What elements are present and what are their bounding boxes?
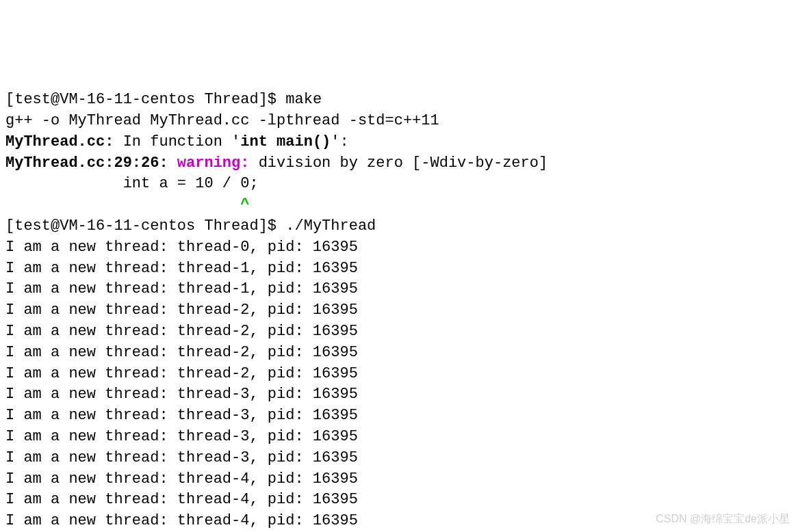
thread-output-block: I am a new thread: thread-0, pid: 16395 … bbox=[5, 237, 793, 532]
diag-text: In function ' bbox=[114, 133, 240, 150]
function-name: int main() bbox=[240, 133, 331, 150]
shell-prompt: [test@VM-16-11-centos Thread]$ bbox=[5, 217, 285, 235]
shell-prompt: [test@VM-16-11-centos Thread]$ bbox=[5, 91, 285, 108]
file-ref: MyThread.cc: bbox=[5, 133, 114, 150]
terminal-line: [test@VM-16-11-centos Thread]$ ./MyThrea… bbox=[5, 217, 376, 235]
diag-text-end: ': bbox=[331, 133, 348, 150]
caret-icon: ^ bbox=[240, 196, 249, 213]
caret-line: ^ bbox=[5, 196, 249, 213]
command-text: make bbox=[285, 91, 322, 108]
caret-padding bbox=[5, 196, 240, 213]
terminal-line: [test@VM-16-11-centos Thread]$ make bbox=[5, 91, 322, 108]
compiler-warning-line: MyThread.cc:29:26: warning: division by … bbox=[5, 155, 548, 172]
command-text: ./MyThread bbox=[285, 217, 376, 235]
file-loc: MyThread.cc:29:26: bbox=[5, 155, 177, 172]
warning-text: division by zero [-Wdiv-by-zero] bbox=[249, 155, 548, 172]
warning-label: warning: bbox=[177, 155, 250, 172]
watermark: CSDN @海绵宝宝de派小星 bbox=[656, 511, 790, 527]
compiler-diag-line: MyThread.cc: In function 'int main()': bbox=[5, 133, 349, 150]
code-snippet: int a = 10 / 0; bbox=[5, 175, 259, 192]
compiler-output: g++ -o MyThread MyThread.cc -lpthread -s… bbox=[5, 112, 439, 129]
